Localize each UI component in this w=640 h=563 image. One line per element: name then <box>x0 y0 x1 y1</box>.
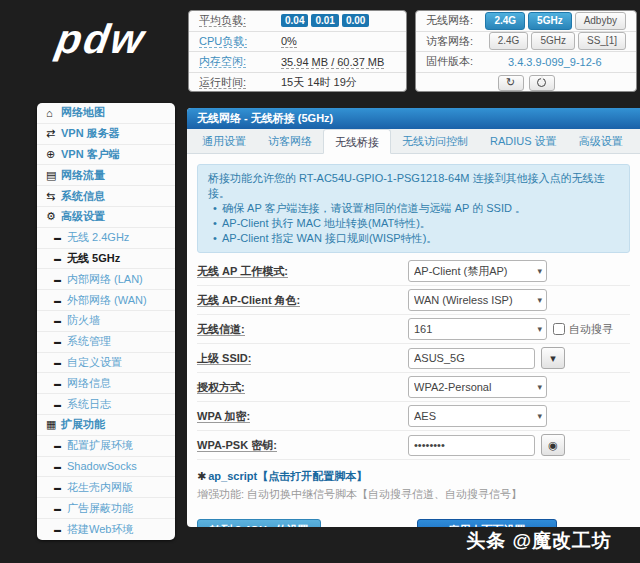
memory-free-link[interactable]: 内存空闲: <box>199 54 281 69</box>
tab-guest-network[interactable]: 访客网络 <box>257 129 323 153</box>
sidebar-item-wan[interactable]: ▬外部网络 (WAN) <box>37 290 175 311</box>
device-actions-row: ↻ <box>416 73 636 93</box>
adbyby-toggle[interactable]: Adbyby <box>575 12 626 30</box>
tab-wireless-bridge[interactable]: 无线桥接 <box>323 129 391 154</box>
load-badge-15min: 0.00 <box>342 14 369 27</box>
bridge-info-intro: 桥接功能允许您的 RT-AC54U-GPIO-1-PSG1218-64M 连接到… <box>208 171 619 201</box>
sidebar-item-network-info[interactable]: ▬网络信息 <box>37 373 175 394</box>
load-badge-1min: 0.04 <box>281 14 308 27</box>
wireless-24g-toggle[interactable]: 2.4G <box>485 12 525 30</box>
ap-client-role-label: 无线 AP-Client 角色: <box>197 293 300 308</box>
wireless-label: 无线网络: <box>426 13 485 28</box>
goto-24ghz-button[interactable]: 转到 2.4GHz 的设置 <box>197 519 321 527</box>
dash-icon: ▬ <box>54 526 67 533</box>
page-title: 无线网络 - 无线桥接 (5GHz) <box>187 108 640 129</box>
reboot-button[interactable] <box>529 75 555 91</box>
bridge-info-bullet: •AP-Client 执行 MAC 地址转换(MAT特性)。 <box>208 216 619 231</box>
ap-mode-select[interactable]: AP-Client (禁用AP) <box>408 260 547 282</box>
shadowsocks-toggle[interactable]: SS_[1] <box>578 32 626 50</box>
sidebar-item-extended-env[interactable]: ▬配置扩展环境 <box>37 436 175 457</box>
uptime-row: 运行时间: 15天 14时 19分 <box>189 73 406 93</box>
sidebar-item-extended-features[interactable]: ▦扩展功能 <box>37 415 175 436</box>
refresh-button[interactable]: ↻ <box>498 75 524 91</box>
bridge-info-box: 桥接功能允许您的 RT-AC54U-GPIO-1-PSG1218-64M 连接到… <box>197 164 630 253</box>
dash-icon: ▬ <box>54 463 67 470</box>
bridge-info-bullet: •AP-Client 指定 WAN 接口规则(WISP特性)。 <box>208 231 619 246</box>
dash-icon: ▬ <box>54 234 67 241</box>
sidebar-item-advanced-settings[interactable]: ⚙高级设置 <box>37 207 175 228</box>
padavan-logo: pdw <box>53 16 149 63</box>
guest-24g-toggle[interactable]: 2.4G <box>489 32 529 50</box>
apply-button[interactable]: 应用本页面设置 <box>417 519 557 527</box>
ap-script-open-link[interactable]: 【点击打开配置脚本】 <box>257 470 367 482</box>
vpn-server-icon: ⇄ <box>46 127 61 140</box>
bullet-icon: • <box>208 231 222 246</box>
cpu-load-value: 0% <box>281 35 297 47</box>
dash-icon: ▬ <box>54 359 67 366</box>
channel-select[interactable]: 161 <box>408 318 547 340</box>
vpn-client-icon: ⊕ <box>46 148 61 161</box>
tab-radius-settings[interactable]: RADIUS 设置 <box>479 129 568 153</box>
dash-icon: ▬ <box>54 442 67 449</box>
wpa-psk-label: WPA-PSK 密钥: <box>197 438 277 453</box>
firmware-version-link[interactable]: 3.4.3.9-099_9-12-6 <box>508 56 602 68</box>
sidebar-item-system-log[interactable]: ▬系统日志 <box>37 394 175 415</box>
guest-toggles-row: 访客网络: 2.4G 5GHz SS_[1] <box>416 32 636 53</box>
sidebar-item-adblock[interactable]: ▬广告屏蔽功能 <box>37 498 175 519</box>
firmware-label: 固件版本: <box>426 54 508 69</box>
uptime-label: 运行时间: <box>199 75 281 90</box>
auth-method-select[interactable]: WPA2-Personal <box>408 376 547 398</box>
bullet-icon: • <box>208 216 222 231</box>
cpu-load-row: CPU负载: 0% <box>189 32 406 53</box>
system-info-icon: ⇆ <box>46 190 61 203</box>
memory-free-row: 内存空闲: 35.94 MB / 60.37 MB <box>189 52 406 73</box>
sidebar-item-custom-settings[interactable]: ▬自定义设置 <box>37 353 175 374</box>
dash-icon: ▬ <box>54 297 67 304</box>
auto-scan-checkbox[interactable] <box>553 323 565 335</box>
sidebar-item-firewall[interactable]: ▬防火墙 <box>37 311 175 332</box>
ap-script-link[interactable]: ap_script <box>208 470 257 482</box>
chevron-down-icon: ▾ <box>550 352 556 365</box>
sidebar-item-wireless-5ghz[interactable]: ▬无线 5GHz <box>37 249 175 270</box>
parent-ssid-row: 上级 SSID: ▾ <box>197 344 630 373</box>
uptime-value: 15天 14时 19分 <box>281 75 357 90</box>
sidebar-item-vpn-server[interactable]: ⇄VPN 服务器 <box>37 124 175 145</box>
cpu-load-link[interactable]: CPU负载: <box>199 34 281 49</box>
sidebar-item-wireless-24ghz[interactable]: ▬无线 2.4GHz <box>37 228 175 249</box>
guest-5ghz-toggle[interactable]: 5GHz <box>531 32 575 50</box>
parent-ssid-label: 上级 SSID: <box>197 351 251 366</box>
tab-bar: 通用设置 访客网络 无线桥接 无线访问控制 RADIUS 设置 高级设置 <box>187 129 640 154</box>
sidebar-item-system-info[interactable]: ⇆系统信息 <box>37 186 175 207</box>
dash-icon: ▬ <box>54 380 67 387</box>
ssid-scan-button[interactable]: ▾ <box>541 347 565 369</box>
sidebar-item-network-map[interactable]: ⌂网络地图 <box>37 103 175 124</box>
ap-mode-label: 无线 AP 工作模式: <box>197 264 288 279</box>
wpa-encryption-label: WPA 加密: <box>197 409 250 424</box>
home-icon: ⌂ <box>46 107 61 119</box>
tab-general-settings[interactable]: 通用设置 <box>191 129 257 153</box>
show-password-button[interactable]: ◉ <box>541 434 565 456</box>
sidebar-item-vpn-client[interactable]: ⊕VPN 客户端 <box>37 145 175 166</box>
sidebar-item-lan[interactable]: ▬内部网络 (LAN) <box>37 269 175 290</box>
tab-advanced-settings[interactable]: 高级设置 <box>568 129 634 153</box>
load-badge-5min: 0.01 <box>311 14 338 27</box>
dash-icon: ▬ <box>54 317 67 324</box>
sidebar-item-shadowsocks[interactable]: ▬ShadowSocks <box>37 457 175 478</box>
dash-icon: ▬ <box>54 484 67 491</box>
wpa-psk-input[interactable] <box>408 435 535 456</box>
wpa-encryption-select[interactable]: AES <box>408 405 547 427</box>
ap-client-role-select[interactable]: WAN (Wireless ISP) <box>408 289 547 311</box>
sidebar-item-oray[interactable]: ▬花生壳内网版 <box>37 477 175 498</box>
tab-access-control[interactable]: 无线访问控制 <box>391 129 479 153</box>
auth-method-label: 授权方式: <box>197 380 245 395</box>
wireless-toggles-row: 无线网络: 2.4G 5GHz Adbyby <box>416 11 636 32</box>
parent-ssid-input[interactable] <box>408 348 535 369</box>
wireless-5ghz-toggle[interactable]: 5GHz <box>528 12 572 30</box>
network-status-panel: 无线网络: 2.4G 5GHz Adbyby 访客网络: 2.4G 5GHz S… <box>415 10 637 92</box>
sidebar-item-administration[interactable]: ▬系统管理 <box>37 332 175 353</box>
grid-icon: ▦ <box>46 418 61 431</box>
sidebar-item-web-env[interactable]: ▬搭建Web环境 <box>37 519 175 540</box>
ap-mode-row: 无线 AP 工作模式: AP-Client (禁用AP)▾ <box>197 257 630 286</box>
wrench-icon: ⚙ <box>46 210 61 223</box>
sidebar-item-traffic[interactable]: ▤网络流量 <box>37 165 175 186</box>
